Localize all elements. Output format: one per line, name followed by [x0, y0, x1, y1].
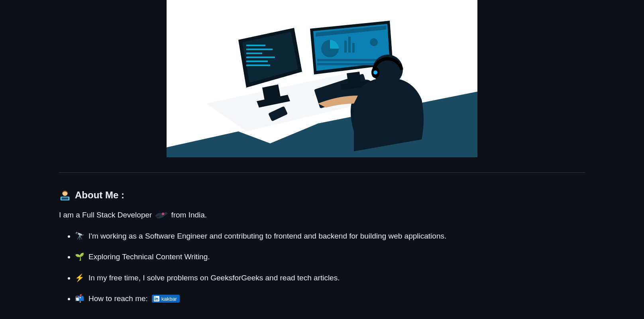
svg-rect-9: [246, 53, 262, 54]
intro-paragraph: I am a Full Stack Developer from India.: [59, 209, 585, 221]
svg-rect-31: [62, 198, 69, 200]
hero-illustration: [167, 0, 477, 157]
seedling-icon: 🌱: [75, 251, 84, 263]
list-item: 🔭 I'm working as a Software Engineer and…: [75, 231, 585, 242]
about-heading: About Me :: [59, 188, 585, 202]
hero-wrap: [59, 0, 585, 157]
svg-rect-12: [246, 65, 270, 66]
svg-rect-11: [246, 61, 268, 62]
list-item-text: In my free time, I solve problems on Gee…: [88, 272, 340, 284]
flying-hero-icon: [154, 210, 169, 220]
list-item-text: Exploring Technical Content Writing.: [88, 251, 210, 263]
intro-prefix: I am a Full Stack Developer: [59, 209, 152, 221]
technologist-icon: [59, 189, 71, 201]
svg-point-33: [162, 213, 164, 215]
svg-rect-21: [352, 43, 355, 53]
contact-label: How to reach me:: [88, 293, 148, 305]
telescope-icon: 🔭: [75, 231, 84, 242]
divider: [59, 172, 585, 173]
svg-rect-10: [246, 57, 275, 58]
list-item: 🌱 Exploring Technical Content Writing.: [75, 251, 585, 263]
linkedin-badge-text: kakbar: [161, 296, 177, 301]
readme-container: About Me : I am a Full Stack Developer f…: [59, 0, 585, 319]
svg-point-29: [373, 70, 377, 74]
zap-icon: ⚡: [75, 272, 84, 284]
svg-rect-8: [246, 49, 273, 50]
developer-illustration: [167, 0, 477, 157]
svg-rect-7: [246, 45, 265, 46]
svg-rect-19: [344, 41, 347, 53]
svg-rect-20: [348, 37, 351, 53]
linkedin-icon: [154, 296, 159, 301]
list-item-text: I'm working as a Software Engineer and c…: [88, 231, 446, 242]
list-item: ⚡ In my free time, I solve problems on G…: [75, 272, 585, 284]
linkedin-badge[interactable]: kakbar: [152, 295, 180, 303]
intro-suffix: from India.: [171, 209, 207, 221]
mailbox-icon: 📬: [75, 293, 84, 305]
about-list: 🔭 I'm working as a Software Engineer and…: [59, 231, 585, 305]
svg-point-22: [370, 38, 378, 46]
about-heading-text: About Me :: [75, 188, 124, 202]
list-item-contact: 📬 How to reach me: kakbar: [75, 293, 585, 305]
